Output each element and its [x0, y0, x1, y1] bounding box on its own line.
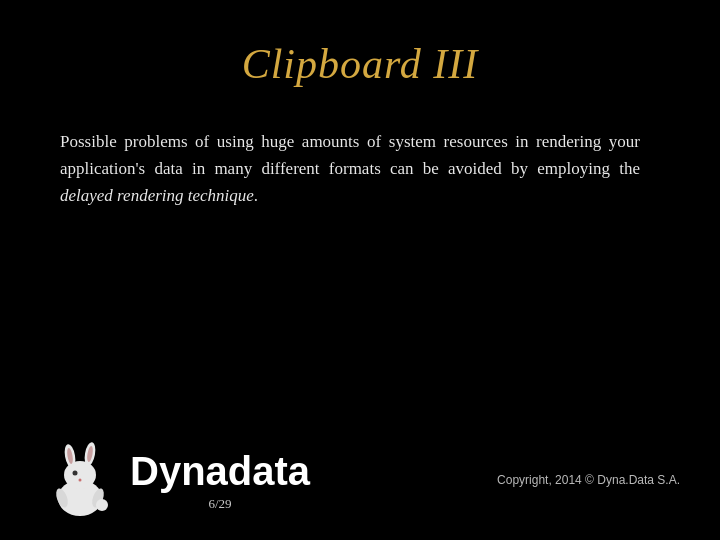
body-text-employing: employing: [537, 159, 610, 178]
copyright-text: Copyright, 2014 © Dyna.Data S.A.: [497, 473, 680, 487]
logo-area: Dynadata 6/29: [40, 440, 310, 520]
dynadata-label: Dynadata: [130, 449, 310, 494]
body-text-italic: delayed rendering technique: [60, 186, 254, 205]
dynadata-logo-group: Dynadata 6/29: [130, 449, 310, 512]
slide-title: Clipboard III: [60, 40, 660, 88]
body-text: Possible problems of using huge amounts …: [60, 128, 640, 210]
slide-number: 6/29: [130, 496, 310, 512]
body-text-the: the: [610, 159, 640, 178]
body-text-end: .: [254, 186, 258, 205]
svg-point-6: [73, 471, 78, 476]
footer: Dynadata 6/29 Copyright, 2014 © Dyna.Dat…: [0, 440, 720, 520]
svg-point-7: [79, 479, 82, 482]
slide: Clipboard III Possible problems of using…: [0, 0, 720, 540]
bunny-logo-icon: [40, 440, 120, 520]
svg-point-10: [96, 499, 108, 511]
